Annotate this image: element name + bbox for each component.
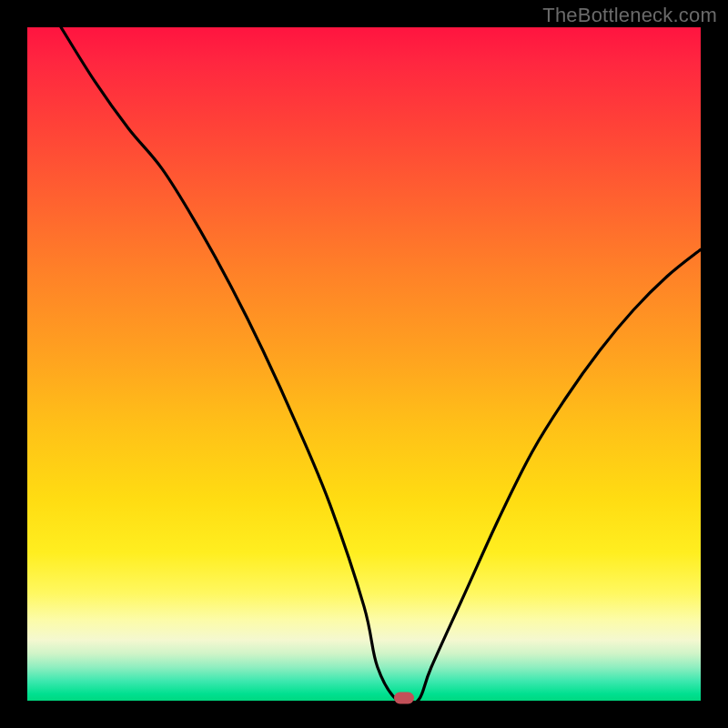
watermark-attribution: TheBottleneck.com — [542, 4, 717, 27]
chart-frame — [27, 27, 701, 701]
bottleneck-curve — [27, 27, 701, 701]
chart-plot-area — [27, 27, 701, 701]
optimal-point-marker — [394, 693, 414, 704]
